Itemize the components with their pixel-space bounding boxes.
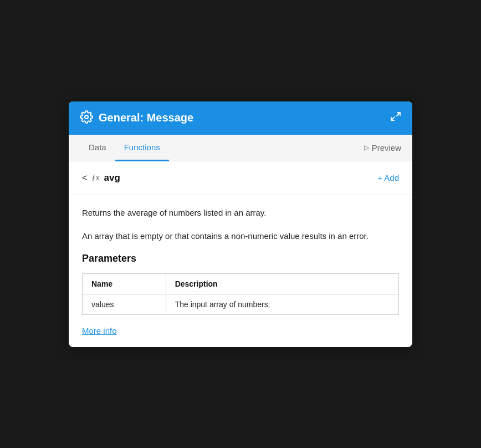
description-2: An array that is empty or that contains … [82,230,399,243]
panel-header: General: Message [69,101,412,135]
parameters-heading: Parameters [82,253,399,264]
add-button[interactable]: + Add [377,173,399,182]
col-header-name: Name [83,273,166,294]
expand-button[interactable] [390,111,401,125]
more-info-link[interactable]: More info [82,326,117,335]
parameters-table: Name Description values The input array … [82,273,399,315]
main-panel: General: Message Data Functions ▷ Previe… [69,101,412,347]
svg-point-0 [85,115,88,119]
preview-play-icon: ▷ [364,144,369,151]
description-1: Returns the average of numbers listed in… [82,206,399,220]
tab-preview-label: Preview [372,143,401,152]
settings-icon [80,110,93,126]
header-left: General: Message [80,110,193,126]
param-description: The input array of numbers. [166,294,398,314]
tab-preview[interactable]: ▷ Preview [355,135,401,160]
fx-icon: ƒx [91,173,99,182]
param-name: values [83,294,166,314]
panel-title: General: Message [99,111,193,124]
col-header-description: Description [166,273,398,294]
tab-functions[interactable]: Functions [115,135,169,161]
back-button[interactable]: < [82,173,87,183]
function-header-left: < ƒx avg [82,172,120,184]
function-name: avg [104,172,120,184]
divider [69,195,412,195]
function-header: < ƒx avg + Add [82,172,399,184]
tab-bar: Data Functions ▷ Preview [69,135,412,161]
tab-data[interactable]: Data [80,135,115,161]
table-header-row: Name Description [83,273,399,294]
table-row: values The input array of numbers. [83,294,399,314]
panel-content: < ƒx avg + Add Returns the average of nu… [69,161,412,347]
